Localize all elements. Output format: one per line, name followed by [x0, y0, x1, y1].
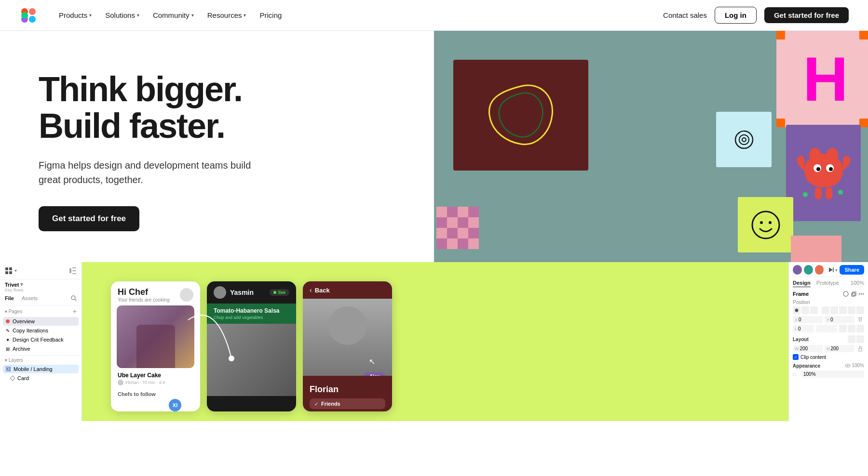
constrain-icon[interactable]: [856, 316, 864, 323]
align-bottom-icon[interactable]: [839, 306, 847, 314]
align-left-icon[interactable]: ⬤: [793, 306, 800, 314]
page-design-crit[interactable]: ✦ Design Crit Feedback: [3, 335, 79, 344]
distribute-v-icon[interactable]: [856, 306, 864, 314]
align-right-icon[interactable]: [810, 306, 818, 314]
cake-name: Ube Layer Cake: [118, 372, 193, 379]
svg-point-11: [803, 192, 808, 197]
pages-list: Overview ✎ Copy Iterations ✦ Design Crit…: [0, 317, 81, 353]
nav-products[interactable]: Products ▾: [53, 7, 97, 23]
food-image: [117, 305, 194, 368]
friends-button[interactable]: ✓ Friends: [310, 398, 385, 409]
pages-header: ▾ Pages +: [0, 305, 81, 317]
yasmin-avatar: [214, 286, 226, 299]
contact-sales-link[interactable]: Contact sales: [663, 11, 707, 19]
file-tab[interactable]: File: [5, 295, 14, 302]
layer-mobile-landing[interactable]: Mobile / Landing: [3, 365, 79, 373]
chefs-to-follow: Chefs to follow: [111, 389, 200, 400]
xy-fields: X 0 Y 0: [793, 316, 864, 323]
page-archive[interactable]: ⊞ Archive: [3, 344, 79, 353]
w-field[interactable]: W 200: [793, 345, 823, 352]
y-value: 0: [830, 317, 833, 322]
svg-rect-30: [468, 238, 479, 249]
layout-icon: [6, 367, 11, 371]
avatar-2: [804, 265, 813, 275]
hero-section: Think bigger. Build faster. Figma helps …: [0, 31, 868, 262]
yasmin-name: Yasmin: [230, 289, 254, 296]
svg-point-9: [816, 167, 820, 171]
chevron-down-icon: ▾: [20, 281, 23, 288]
layer-card[interactable]: Card: [3, 374, 79, 383]
distribute-h-icon[interactable]: [848, 306, 855, 314]
get-started-nav-button[interactable]: Get started for free: [764, 7, 849, 23]
hi-chef-card: Hi Chef Your friends are cooking Ube Lay…: [111, 281, 200, 411]
svg-rect-29: [458, 238, 468, 249]
play-icon[interactable]: [827, 266, 834, 273]
florian-face: [328, 306, 367, 345]
l-field[interactable]: L 0: [793, 325, 814, 332]
chevron-down-icon: ▾: [89, 13, 92, 18]
share-button[interactable]: Share: [840, 265, 864, 275]
hero-right-deco: H: [434, 31, 868, 262]
svg-point-32: [760, 221, 763, 224]
svg-point-51: [843, 291, 848, 296]
page-overview[interactable]: Overview: [3, 317, 79, 326]
layout-label: Layout: [793, 337, 809, 342]
align-center-h-icon[interactable]: [801, 306, 809, 314]
design-tab[interactable]: Design: [793, 280, 811, 287]
app-cards-row: Hi Chef Your friends are cooking Ube Lay…: [111, 281, 392, 411]
zoom-label[interactable]: 100%: [851, 280, 864, 287]
login-button[interactable]: Log in: [715, 7, 757, 24]
h-field[interactable]: H 200: [825, 345, 854, 352]
svg-rect-52: [852, 293, 855, 296]
panel-toggle-icon: [69, 267, 77, 275]
grid-layout-icon[interactable]: [848, 335, 855, 343]
handle-br: [390, 410, 392, 411]
svg-rect-1: [29, 8, 36, 15]
corner-sq-bl: [776, 119, 785, 127]
nav-resources[interactable]: Resources ▾: [202, 7, 252, 23]
extra-field[interactable]: [816, 325, 837, 332]
svg-point-55: [861, 293, 862, 295]
svg-point-5: [809, 148, 821, 161]
hero-cta-button[interactable]: Get started for free: [39, 206, 139, 231]
file-assets-tabs: File Assets: [0, 292, 81, 305]
check-icon: ✓: [314, 401, 318, 407]
lock-ratio-icon[interactable]: [856, 345, 864, 352]
flip-v-icon[interactable]: [848, 325, 855, 332]
live-dot: [273, 291, 276, 294]
align-top-icon[interactable]: [822, 306, 829, 314]
svg-rect-28: [447, 238, 458, 249]
flip-h-icon[interactable]: [839, 325, 847, 332]
opacity-field[interactable]: 100%: [801, 370, 864, 378]
rotate-icon[interactable]: [856, 325, 864, 332]
align-center-v-icon[interactable]: [830, 306, 838, 314]
assets-tab[interactable]: Assets: [22, 295, 38, 302]
svg-point-10: [829, 167, 833, 171]
search-icon[interactable]: [71, 295, 77, 302]
logo[interactable]: [19, 6, 38, 25]
cake-meta: Florian · 70 min · 4.9: [118, 380, 193, 385]
deco-spiral-card: [716, 112, 772, 167]
card-label: Card: [17, 375, 29, 381]
live-badge: live: [270, 289, 289, 296]
chevron-down-icon: ▾: [244, 13, 246, 18]
prototype-tab[interactable]: Prototype: [816, 280, 839, 287]
x-field[interactable]: X 0: [793, 316, 823, 323]
eye-icon[interactable]: [845, 363, 851, 369]
nav-community[interactable]: Community ▾: [147, 7, 200, 23]
y-field[interactable]: Y 0: [825, 316, 854, 323]
overview-label: Overview: [13, 318, 35, 324]
position-section: Position ⬤ X 0 Y 0: [793, 300, 864, 332]
copy-icon: [851, 291, 856, 297]
clip-checkbox[interactable]: ✓: [793, 354, 799, 360]
add-page-button[interactable]: +: [73, 307, 77, 315]
nav-solutions[interactable]: Solutions ▾: [99, 7, 145, 23]
nav-pricing[interactable]: Pricing: [254, 7, 287, 23]
star-icon: ✦: [6, 337, 10, 343]
page-copy[interactable]: ✎ Copy Iterations: [3, 326, 79, 335]
figma-right-toolbar: ▾ Share: [793, 265, 864, 277]
preview-section: ▾ Trivet ▾ Key flows File Assets ▾ Pages…: [0, 262, 868, 421]
list-layout-icon[interactable]: [856, 335, 864, 343]
svg-rect-36: [5, 271, 8, 274]
alex-tag: Alex: [364, 372, 385, 376]
